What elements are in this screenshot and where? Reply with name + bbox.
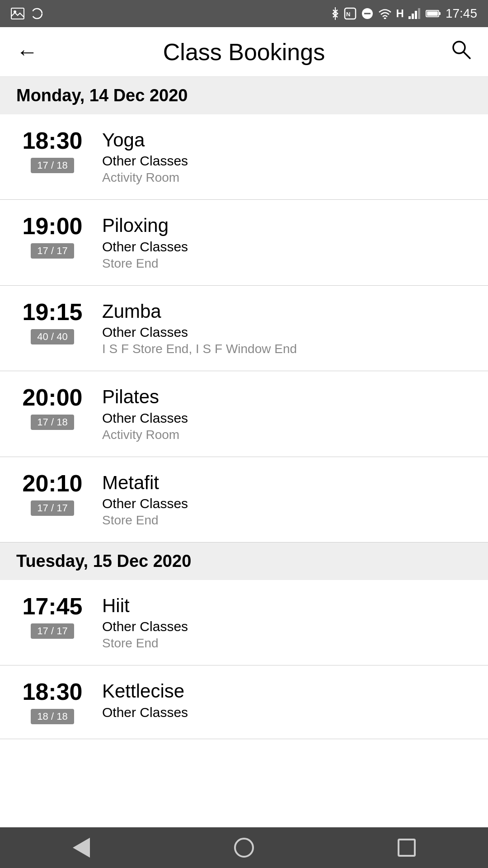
list-item[interactable]: 19:0017 / 17PiloxingOther ClassesStore E… (0, 200, 488, 285)
class-category: Other Classes (102, 239, 188, 255)
date-header-1: Tuesday, 15 Dec 2020 (0, 542, 488, 580)
sync-icon (31, 7, 43, 20)
content-wrapper: Monday, 14 Dec 202018:3017 / 18YogaOther… (0, 77, 488, 780)
class-name: Hiit (102, 594, 188, 617)
class-name: Pilates (102, 386, 188, 408)
class-time-section-0-2: 19:1540 / 40 (16, 300, 89, 344)
class-time-section-0-0: 18:3017 / 18 (16, 129, 89, 173)
status-bar: N H 17:45 (0, 0, 488, 27)
class-name: Zumba (102, 300, 297, 323)
status-icons-right: N H 17:45 (331, 6, 477, 21)
capacity-badge: 17 / 17 (31, 243, 74, 259)
page-title: Class Bookings (163, 38, 325, 66)
class-time: 20:00 (23, 386, 83, 409)
class-category: Other Classes (102, 410, 188, 426)
class-time-section-1-0: 17:4517 / 17 (16, 594, 89, 639)
capacity-badge: 18 / 18 (31, 709, 74, 724)
home-nav-button[interactable] (230, 834, 258, 861)
svg-point-2 (32, 9, 42, 19)
nfc-icon: N (344, 7, 357, 20)
class-location: Store End (102, 636, 188, 651)
class-time-section-1-1: 18:3018 / 18 (16, 680, 89, 724)
class-time: 19:00 (23, 214, 83, 238)
list-item[interactable]: 18:3017 / 18YogaOther ClassesActivity Ro… (0, 114, 488, 200)
class-category: Other Classes (102, 325, 297, 340)
class-time: 18:30 (23, 680, 83, 703)
list-item[interactable]: 20:1017 / 17MetafitOther ClassesStore En… (0, 457, 488, 542)
class-time: 17:45 (23, 594, 83, 618)
date-header-text-0: Monday, 14 Dec 2020 (16, 86, 188, 105)
svg-point-8 (384, 18, 386, 19)
bluetooth-icon (331, 7, 339, 20)
class-location: Activity Room (102, 170, 188, 185)
class-info: YogaOther ClassesActivity Room (102, 129, 188, 185)
class-time-section-0-3: 20:0017 / 18 (16, 386, 89, 430)
svg-text:N: N (346, 11, 350, 18)
list-item[interactable]: 20:0017 / 18PilatesOther ClassesActivity… (0, 371, 488, 457)
network-h-icon: H (396, 7, 404, 20)
class-time-section-0-1: 19:0017 / 17 (16, 214, 89, 259)
svg-rect-11 (415, 11, 417, 19)
date-header-0: Monday, 14 Dec 2020 (0, 77, 488, 114)
image-icon (11, 8, 24, 19)
svg-line-17 (464, 52, 470, 58)
svg-rect-15 (439, 12, 441, 15)
capacity-badge: 17 / 17 (31, 623, 74, 639)
class-info: KettleciseOther Classes (102, 680, 188, 720)
class-info: ZumbaOther ClassesI S F Store End, I S F… (102, 300, 297, 356)
nav-bar (0, 827, 488, 868)
class-name: Piloxing (102, 214, 188, 237)
time-display: 17:45 (446, 6, 477, 21)
search-button[interactable] (450, 38, 472, 65)
class-location: Activity Room (102, 428, 188, 442)
battery-icon (426, 9, 441, 18)
status-icons-left (11, 7, 43, 20)
class-time: 20:10 (23, 472, 83, 495)
class-location: Store End (102, 256, 188, 271)
svg-rect-0 (11, 8, 24, 19)
class-category: Other Classes (102, 619, 188, 634)
back-nav-button[interactable] (68, 834, 95, 861)
svg-rect-14 (427, 11, 438, 16)
date-header-text-1: Tuesday, 15 Dec 2020 (16, 552, 191, 571)
class-name: Yoga (102, 129, 188, 151)
signal-icon (408, 8, 421, 19)
dnd-icon (361, 7, 374, 20)
capacity-badge: 17 / 18 (31, 415, 74, 430)
list-item[interactable]: 17:4517 / 17HiitOther ClassesStore End (0, 580, 488, 665)
class-name: Metafit (102, 472, 188, 494)
class-category: Other Classes (102, 153, 188, 169)
class-location: I S F Store End, I S F Window End (102, 342, 297, 356)
recents-nav-button[interactable] (393, 834, 420, 861)
class-time: 19:15 (23, 300, 83, 324)
app-bar: ← Class Bookings (0, 27, 488, 77)
capacity-badge: 17 / 18 (31, 158, 74, 173)
svg-rect-9 (408, 16, 411, 19)
svg-rect-10 (412, 14, 414, 19)
class-info: PilatesOther ClassesActivity Room (102, 386, 188, 442)
class-time: 18:30 (23, 129, 83, 152)
list-item[interactable]: 18:3018 / 18KettleciseOther Classes (0, 665, 488, 739)
capacity-badge: 17 / 17 (31, 500, 74, 516)
class-info: HiitOther ClassesStore End (102, 594, 188, 651)
class-location: Store End (102, 513, 188, 528)
class-info: MetafitOther ClassesStore End (102, 472, 188, 528)
class-info: PiloxingOther ClassesStore End (102, 214, 188, 270)
class-name: Kettlecise (102, 680, 188, 703)
class-category: Other Classes (102, 705, 188, 720)
class-time-section-0-4: 20:1017 / 17 (16, 472, 89, 516)
wifi-icon (378, 8, 392, 19)
capacity-badge: 40 / 40 (31, 329, 74, 344)
back-button[interactable]: ← (16, 39, 38, 64)
svg-rect-12 (418, 8, 420, 19)
list-item[interactable]: 19:1540 / 40ZumbaOther ClassesI S F Stor… (0, 286, 488, 371)
class-category: Other Classes (102, 496, 188, 511)
